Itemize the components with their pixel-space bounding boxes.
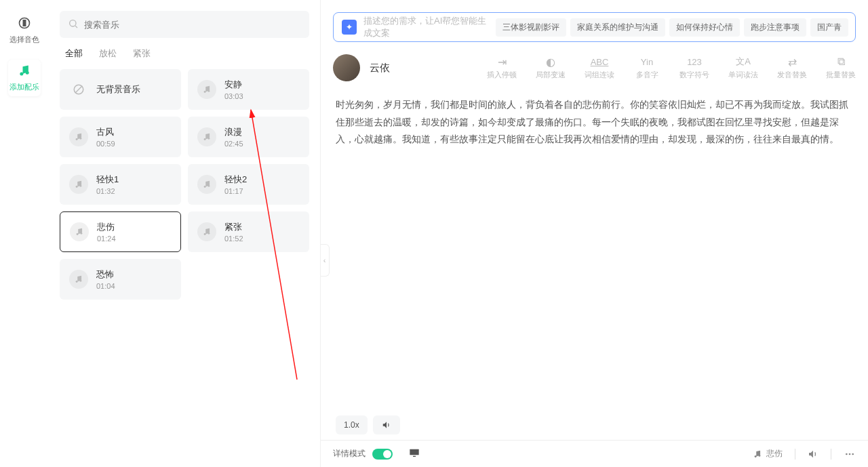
tool-数字符号[interactable]: 123数字符号 [679,56,709,80]
track-item[interactable]: 紧张01:52 [188,211,309,252]
svg-point-22 [76,281,78,283]
music-icon [18,64,31,79]
tool-词组连读[interactable]: ABC词组连读 [585,56,614,80]
footer-volume[interactable] [808,449,818,460]
detail-mode-toggle[interactable] [372,449,393,460]
rail-timbre-label: 选择音色 [9,35,39,45]
tool-label: 插入停顿 [487,70,517,80]
ai-prompt-bar[interactable]: ✦ 描述您的需求，让AI帮您智能生成文案 三体影视剧影评家庭关系的维护与沟通如何… [333,12,856,42]
tool-icon: ⧉ [837,56,845,68]
suggestion-chip[interactable]: 家庭关系的维护与沟通 [570,18,665,37]
svg-point-17 [208,185,210,187]
track-item[interactable]: 悲伤01:24 [60,211,181,252]
note-icon [69,270,88,289]
svg-point-29 [849,453,851,455]
svg-point-5 [70,20,76,26]
tool-icon: ⇄ [788,56,797,68]
track-name: 无背景音乐 [96,83,140,96]
playback-controls: 1.0x [336,415,400,434]
tool-label: 批量替换 [826,70,856,80]
now-playing-label: 悲伤 [766,448,783,460]
tool-单词读法[interactable]: 文A单词读法 [728,56,758,80]
search-icon [68,18,79,31]
script-text[interactable]: 时光匆匆，岁月无情，我们都是时间的旅人，背负着各自的悲伤前行。你的笑容依旧灿烂，… [321,89,868,155]
volume-button[interactable] [373,415,400,434]
track-grid: 无背景音乐安静03:03古风00:59浪漫02:45轻快101:32轻快201:… [60,69,309,300]
tool-icon: ⇥ [498,56,507,68]
svg-point-19 [80,232,82,235]
track-item[interactable]: 恐怖01:04 [60,259,181,300]
svg-point-8 [204,91,206,93]
svg-point-12 [204,138,206,140]
svg-point-23 [79,280,81,282]
music-tabs: 全部 放松 紧张 [60,38,309,69]
rail-music-label: 添加配乐 [9,82,39,92]
tab-all[interactable]: 全部 [65,47,83,60]
tool-发音替换[interactable]: ⇄发音替换 [777,56,807,80]
tool-icon: Yin [641,56,653,68]
tool-批量替换[interactable]: ⧉批量替换 [826,56,856,80]
toolbar: ⇥插入停顿◐局部变速ABC词组连读Yin多音字123数字符号文A单词读法⇄发音替… [487,56,856,80]
tool-icon: 123 [687,56,702,68]
svg-point-21 [208,232,210,235]
timbre-icon [18,16,31,32]
tool-多音字[interactable]: Yin多音字 [633,56,660,80]
tool-icon: ◐ [546,56,555,68]
suggestion-chip[interactable]: 国产青 [810,18,848,37]
svg-line-7 [75,86,83,94]
ai-prompt-placeholder: 描述您的需求，让AI帮您智能生成文案 [363,15,489,39]
display-icon[interactable] [409,448,420,460]
svg-rect-1 [23,20,24,26]
track-duration: 03:03 [224,92,243,100]
svg-rect-24 [410,449,418,455]
avatar[interactable] [333,54,360,81]
tab-relax[interactable]: 放松 [99,47,117,60]
svg-point-9 [208,90,210,92]
left-rail: 选择音色 添加配乐 [0,0,49,467]
svg-point-11 [79,138,81,140]
note-icon [69,127,88,146]
now-playing[interactable]: 悲伤 [753,448,783,460]
track-duration: 02:45 [224,140,243,148]
footer-more[interactable] [844,449,856,460]
search-input[interactable] [84,20,301,30]
tool-icon: 文A [736,56,751,68]
tool-icon: ABC [591,56,609,68]
track-item[interactable]: 无背景音乐 [60,69,181,110]
suggestion-chip[interactable]: 跑步注意事项 [744,18,806,37]
suggestion-chip[interactable]: 三体影视剧影评 [496,18,566,37]
track-item[interactable]: 古风00:59 [60,117,181,157]
note-icon [197,175,216,194]
tool-局部变速[interactable]: ◐局部变速 [536,56,566,80]
tool-label: 数字符号 [679,70,709,80]
ban-icon [69,80,88,99]
tab-tense[interactable]: 紧张 [133,47,151,60]
tool-label: 词组连读 [585,70,614,80]
anchor-name: 云依 [370,62,390,75]
tool-插入停顿[interactable]: ⇥插入停顿 [487,56,517,80]
speed-button[interactable]: 1.0x [336,415,368,434]
rail-music[interactable]: 添加配乐 [8,60,41,96]
tool-label: 多音字 [636,70,658,80]
track-name: 悲伤 [97,221,116,233]
music-panel: 全部 放松 紧张 无背景音乐安静03:03古风00:59浪漫02:45轻快101… [49,0,320,467]
svg-point-13 [208,138,210,140]
track-name: 安静 [224,79,243,91]
track-name: 轻快2 [224,174,247,186]
search-box[interactable] [60,11,309,38]
editor-panel: ✦ 描述您的需求，让AI帮您智能生成文案 三体影视剧影评家庭关系的维护与沟通如何… [320,0,868,467]
svg-point-26 [755,455,757,458]
tool-label: 发音替换 [777,70,807,80]
note-icon [69,175,88,194]
track-item[interactable]: 安静03:03 [188,69,309,110]
note-icon [197,127,216,146]
svg-point-30 [852,453,854,455]
track-duration: 00:59 [96,140,115,148]
suggestion-chip[interactable]: 如何保持好心情 [669,18,740,37]
rail-timbre[interactable]: 选择音色 [8,12,41,49]
track-duration: 01:32 [96,187,119,195]
track-item[interactable]: 轻快201:17 [188,164,309,205]
ai-suggestions: 三体影视剧影评家庭关系的维护与沟通如何保持好心情跑步注意事项国产青 [496,18,848,37]
track-item[interactable]: 浪漫02:45 [188,117,309,157]
track-item[interactable]: 轻快101:32 [60,164,181,205]
